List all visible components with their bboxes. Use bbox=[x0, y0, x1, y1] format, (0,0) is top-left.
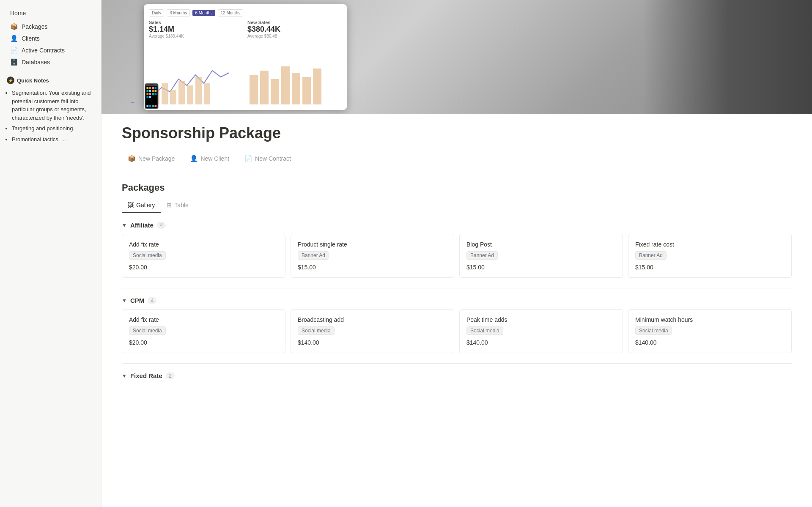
card-title: Add fix rate bbox=[129, 316, 278, 323]
svg-rect-4 bbox=[187, 85, 193, 104]
affiliate-card-0[interactable]: Add fix rate Social media $20.00 bbox=[122, 234, 285, 278]
svg-rect-5 bbox=[195, 77, 202, 104]
table-icon: ⊞ bbox=[167, 202, 172, 208]
svg-rect-8 bbox=[260, 71, 269, 104]
clients-icon: 👤 bbox=[10, 35, 18, 42]
packages-section: Packages 🖼 Gallery ⊞ Table ▼ Affiliate 4 bbox=[122, 182, 792, 379]
svg-rect-10 bbox=[281, 66, 290, 104]
tab-gallery[interactable]: 🖼 Gallery bbox=[122, 198, 161, 213]
category-fixed-rate: ▼ Fixed Rate 2 bbox=[122, 372, 792, 379]
svg-rect-9 bbox=[271, 79, 279, 104]
view-tabs: 🖼 Gallery ⊞ Table bbox=[122, 198, 792, 213]
svg-rect-12 bbox=[302, 77, 311, 104]
svg-rect-13 bbox=[313, 69, 321, 104]
card-title: Minimum watch hours bbox=[635, 316, 785, 323]
home-label: Home bbox=[10, 10, 26, 16]
card-tag: Banner Ad bbox=[635, 251, 667, 260]
page-title: Sponsorship Package bbox=[122, 124, 792, 142]
affiliate-chevron-icon: ▼ bbox=[122, 222, 127, 228]
svg-rect-7 bbox=[250, 75, 258, 104]
sidebar-item-active-contracts[interactable]: 📄 Active Contracts bbox=[3, 45, 98, 56]
category-cpm-header[interactable]: ▼ CPM 4 bbox=[122, 297, 792, 304]
quick-notes-header: ⚡ Quick Notes bbox=[3, 75, 98, 86]
affiliate-name: Affiliate bbox=[130, 222, 154, 229]
category-fixed-rate-header[interactable]: ▼ Fixed Rate 2 bbox=[122, 372, 792, 379]
hero-phone: → 📱 bbox=[130, 82, 166, 110]
databases-icon: 🗄️ bbox=[10, 58, 18, 66]
cpm-count: 4 bbox=[148, 297, 156, 304]
databases-label: Databases bbox=[22, 59, 50, 66]
affiliate-card-2[interactable]: Blog Post Banner Ad $15.00 bbox=[459, 234, 623, 278]
new-contract-icon: 📄 bbox=[244, 155, 252, 162]
card-price: $140.00 bbox=[635, 339, 785, 346]
card-tag: Social media bbox=[129, 251, 166, 260]
gallery-label: Gallery bbox=[136, 202, 155, 208]
cpm-chevron-icon: ▼ bbox=[122, 298, 127, 304]
main-content: Daily 3 Months 6 Months 12 Months Sales … bbox=[102, 0, 812, 507]
card-tag: Banner Ad bbox=[298, 251, 329, 260]
quick-notes-title: Quick Notes bbox=[17, 77, 49, 84]
svg-rect-2 bbox=[170, 90, 176, 104]
new-contract-button[interactable]: 📄 New Contract bbox=[239, 152, 297, 165]
hero-dashboard-mockup: Daily 3 Months 6 Months 12 Months Sales … bbox=[144, 4, 347, 110]
hero-banner: Daily 3 Months 6 Months 12 Months Sales … bbox=[102, 0, 812, 114]
active-contracts-label: Active Contracts bbox=[22, 47, 65, 54]
sidebar-item-databases[interactable]: 🗄️ Databases bbox=[3, 57, 98, 68]
affiliate-card-3[interactable]: Fixed rate cost Banner Ad $15.00 bbox=[628, 234, 792, 278]
hero-dark-overlay bbox=[643, 0, 812, 114]
fixed-rate-count: 2 bbox=[166, 372, 175, 379]
action-bar: 📦 New Package 👤 New Client 📄 New Contrac… bbox=[122, 152, 792, 172]
quick-notes-icon: ⚡ bbox=[7, 77, 14, 84]
card-price: $140.00 bbox=[298, 339, 447, 346]
card-title: Broadcasting add bbox=[298, 316, 447, 323]
category-affiliate: ▼ Affiliate 4 Add fix rate Social media … bbox=[122, 222, 792, 278]
affiliate-card-1[interactable]: Product single rate Banner Ad $15.00 bbox=[291, 234, 454, 278]
new-package-icon: 📦 bbox=[128, 155, 136, 162]
card-tag: Social media bbox=[635, 326, 672, 335]
cpm-cards-grid: Add fix rate Social media $20.00 Broadca… bbox=[122, 309, 792, 353]
packages-label: Packages bbox=[22, 23, 47, 30]
affiliate-count: 4 bbox=[157, 222, 166, 229]
card-tag: Social media bbox=[466, 326, 503, 335]
new-client-button[interactable]: 👤 New Client bbox=[184, 152, 235, 165]
new-contract-label: New Contract bbox=[255, 155, 291, 162]
fixed-rate-chevron-icon: ▼ bbox=[122, 373, 127, 379]
card-title: Peak time adds bbox=[466, 316, 616, 323]
cpm-card-1[interactable]: Broadcasting add Social media $140.00 bbox=[291, 309, 454, 353]
cpm-card-2[interactable]: Peak time adds Social media $140.00 bbox=[459, 309, 623, 353]
page-content-area: Sponsorship Package 📦 New Package 👤 New … bbox=[102, 114, 812, 507]
new-client-label: New Client bbox=[200, 155, 229, 162]
card-title: Fixed rate cost bbox=[635, 241, 785, 248]
category-affiliate-header[interactable]: ▼ Affiliate 4 bbox=[122, 222, 792, 229]
packages-icon: 📦 bbox=[10, 23, 18, 30]
affiliate-cpm-divider bbox=[122, 288, 792, 288]
cpm-card-3[interactable]: Minimum watch hours Social media $140.00 bbox=[628, 309, 792, 353]
cpm-card-0[interactable]: Add fix rate Social media $20.00 bbox=[122, 309, 285, 353]
card-title: Product single rate bbox=[298, 241, 447, 248]
cpm-fixedrate-divider bbox=[122, 363, 792, 364]
quick-notes-list: Segmentation. Your existing and potentia… bbox=[3, 86, 98, 146]
active-contracts-icon: 📄 bbox=[10, 47, 18, 54]
sidebar-item-packages[interactable]: 📦 Packages bbox=[3, 21, 98, 32]
quick-notes-section: ⚡ Quick Notes Segmentation. Your existin… bbox=[0, 75, 101, 146]
svg-rect-3 bbox=[178, 81, 185, 104]
sidebar: Home 📦 Packages 👤 Clients 📄 Active Contr… bbox=[0, 0, 102, 507]
sidebar-home[interactable]: Home bbox=[3, 7, 98, 19]
quick-notes-item-1: Targeting and positioning. bbox=[12, 123, 94, 134]
fixed-rate-name: Fixed Rate bbox=[130, 372, 162, 379]
svg-rect-11 bbox=[292, 73, 300, 104]
packages-title: Packages bbox=[122, 182, 792, 193]
gallery-icon: 🖼 bbox=[128, 202, 134, 208]
new-client-icon: 👤 bbox=[190, 155, 198, 162]
svg-rect-6 bbox=[204, 83, 210, 104]
card-price: $15.00 bbox=[466, 264, 616, 271]
sidebar-item-clients[interactable]: 👤 Clients bbox=[3, 33, 98, 44]
tab-table[interactable]: ⊞ Table bbox=[161, 198, 194, 213]
card-price: $140.00 bbox=[466, 339, 616, 346]
affiliate-cards-grid: Add fix rate Social media $20.00 Product… bbox=[122, 234, 792, 278]
card-price: $15.00 bbox=[635, 264, 785, 271]
card-title: Add fix rate bbox=[129, 241, 278, 248]
new-package-button[interactable]: 📦 New Package bbox=[122, 152, 181, 165]
card-tag: Social media bbox=[129, 326, 166, 335]
card-price: $20.00 bbox=[129, 264, 278, 271]
